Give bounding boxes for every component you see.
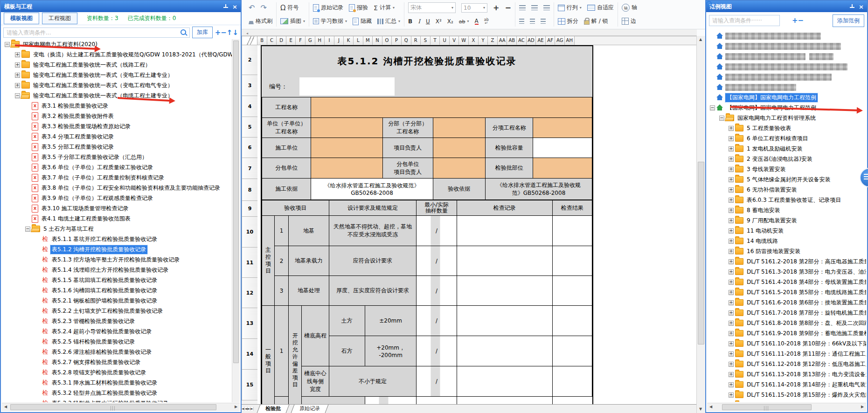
cell-item-name[interactable]: 地基承载力 (289, 246, 329, 276)
cell-unit-project-label[interactable]: 单位（子单位） 工程名称 (262, 118, 311, 138)
column-header[interactable]: AB (507, 36, 517, 45)
expand-toggle-icon[interactable]: + (729, 331, 734, 336)
row-header[interactable]: 9 (242, 201, 257, 217)
column-header[interactable]: AF (546, 36, 556, 45)
cell-check-record-header[interactable]: 检查记录 (457, 200, 552, 216)
row-header[interactable]: 6 (242, 138, 257, 158)
cell-item-result[interactable] (552, 246, 592, 276)
border-button[interactable]: 边 (622, 17, 636, 25)
font-plus-button[interactable] (493, 4, 499, 12)
tree-item[interactable]: 表5.1.4 浅埋暗挖土方开挖检验批质量验收记录 (2, 265, 240, 275)
tree-item[interactable]: −5 土石方与基坑工程 (2, 224, 240, 234)
wrap-button[interactable] (484, 18, 489, 25)
cell-subitem-project-label[interactable]: 分项工程名称 (485, 118, 533, 138)
expand-toggle-icon[interactable]: + (15, 62, 20, 68)
column-header[interactable]: Z (488, 36, 498, 45)
tree-item[interactable]: +DL/T 5161.7-2018 第7部分：旋转电机施工质量检 (707, 308, 866, 318)
sheet-title[interactable]: 表5.1.2 沟槽开挖检验批质量验收记录 (262, 46, 592, 76)
expand-toggle-icon[interactable]: + (729, 259, 734, 264)
expand-toggle-icon[interactable]: + (15, 52, 20, 57)
valign-middle-button[interactable] (531, 5, 538, 10)
column-header[interactable]: AH (565, 36, 575, 45)
tree-item[interactable]: +DL/T 5161.13-2018 第13部分：电力变流设备施工 (707, 369, 866, 379)
column-header[interactable]: E (286, 36, 296, 45)
expand-toggle-icon[interactable]: + (729, 269, 734, 275)
cell-batch-location-value[interactable] (533, 158, 592, 179)
cell-item-qty[interactable]: / (417, 306, 457, 336)
strike-button[interactable] (459, 18, 469, 25)
cell-construction-basis-label[interactable]: 施工依据 (262, 179, 311, 200)
tree-item[interactable]: 表5.2.7 钢支撑检验批质量验收记录 (2, 357, 240, 367)
tree-item[interactable] (707, 82, 866, 92)
expand-toggle-icon[interactable]: + (15, 73, 20, 78)
column-header[interactable]: P (392, 36, 402, 45)
tree-item[interactable]: +6 无功补偿装置安装 (707, 185, 866, 195)
row-header[interactable]: 5 (242, 117, 257, 138)
tree-item[interactable]: 表3.1 检验批质量验收记录 (2, 101, 240, 111)
B-button[interactable]: B (408, 18, 412, 25)
tree-item[interactable]: +DL/T 5161.4-2018 第4部分：母线装置施工质量检 (707, 277, 866, 287)
X₂-button[interactable]: X₂ (447, 18, 453, 25)
cell-item-req[interactable]: 应符合设计要求 (329, 246, 417, 276)
tree-item[interactable] (707, 72, 866, 82)
expand-toggle-icon[interactable]: + (729, 198, 734, 203)
expand-toggle-icon[interactable]: + (729, 208, 734, 213)
cell-item-record[interactable] (457, 366, 552, 397)
cell-item-record[interactable] (457, 336, 552, 366)
tree-item[interactable]: 表3.6 单位（子单位）工程质量竣工验收记录 (2, 162, 240, 172)
tree-item[interactable]: 表3.5 分部工程质量验收记录 (2, 142, 240, 152)
tree-item[interactable] (707, 62, 866, 72)
column-header[interactable]: I (325, 36, 334, 45)
tree-item[interactable]: 表5.2.5 锚杆检验批质量验收记录 (2, 337, 240, 347)
search-icon[interactable] (783, 17, 789, 24)
cell-subcontractor-value[interactable] (311, 158, 383, 179)
redo-button[interactable] (260, 4, 266, 12)
cell-seq[interactable]: 1 (275, 216, 289, 246)
tree-item[interactable]: +DL/T 5161.12-2018 第12部分：低压电器施工质量 (707, 359, 866, 369)
column-header[interactable]: C (267, 36, 277, 45)
tree-item[interactable] (707, 51, 866, 62)
tree-item[interactable]: −国家电网电力工程资料管理系统 (707, 113, 866, 123)
tree-item[interactable]: +DL/T 5161.3-2018 第3部分：电力变压器、油浸电 (707, 267, 866, 277)
right-tree-horizontal-scrollbar[interactable]: ◀ ▶ (707, 403, 866, 411)
expand-toggle-icon[interactable]: + (729, 382, 734, 387)
tree-item[interactable]: +3 母线装置安装 (707, 164, 866, 174)
tree-item[interactable]: 表5.1.3 挖方场地平整土方开挖检验批质量验收记录 (2, 255, 240, 265)
cell-item-name[interactable]: 地基处理 (289, 276, 329, 306)
tree-item[interactable]: +DL/T 5161.16-2018 第16部分：1kV及以下配线工程 (707, 400, 866, 402)
tree-item[interactable]: +DL/T 5161.10-2018 第10部分：66kV及以下架空电 (707, 338, 866, 349)
column-header[interactable]: AC (517, 36, 527, 45)
cell-width-req[interactable]: 不小于规定 (329, 366, 417, 397)
tree-item[interactable]: 表5.1.5 基坑回填工程检验批质量验收记录 (2, 275, 240, 285)
column-header[interactable]: T (431, 36, 440, 45)
row-header[interactable]: 2 (242, 45, 257, 75)
row-header[interactable]: 14 (242, 339, 257, 370)
cell-subcontractor-leader-label[interactable]: 分包单位 项目负责人 (383, 158, 433, 179)
plus-button[interactable]: + (792, 16, 798, 25)
tree-item[interactable]: 表3.5 子分部工程质量验收记录（汇总用） (2, 152, 240, 162)
plus-button[interactable]: + (215, 28, 221, 37)
cell-offset-items-label[interactable]: 开挖允许偏差项目 (289, 306, 302, 405)
halign-center-button[interactable] (530, 19, 535, 24)
cell-subitem-project-value[interactable] (533, 118, 592, 138)
column-header[interactable]: J (334, 36, 344, 45)
expand-toggle-icon[interactable]: + (729, 126, 734, 131)
chart-button[interactable]: 汇总 (377, 17, 400, 25)
cell-item-result[interactable] (552, 336, 592, 366)
column-header[interactable]: V (450, 36, 459, 45)
cell-batch-capacity-value[interactable] (533, 138, 592, 158)
column-header[interactable]: AG (555, 36, 565, 45)
I-button[interactable]: I (418, 18, 420, 25)
halign-right-button[interactable] (541, 19, 546, 24)
cell-trench-elevation-label[interactable]: 槽底高程 (302, 306, 329, 366)
cell-acceptance-basis-label[interactable]: 验收依据 (433, 179, 485, 200)
expand-toggle-icon[interactable]: + (729, 187, 734, 193)
cell-subcontractor-leader-value[interactable] (433, 158, 485, 179)
tree-item[interactable]: +8 蓄电池安装 (707, 205, 866, 215)
cell-general-items-label[interactable]: 一般项目 (262, 306, 275, 405)
tree-item[interactable]: +16 防雷接地装置安装 (707, 246, 866, 256)
brush-button[interactable]: 格式刷 (249, 17, 272, 25)
minus-button[interactable]: − (221, 28, 227, 37)
column-header[interactable]: AA (498, 36, 507, 45)
tree-item[interactable]: 表5.2.8 喷锚支护检验批质量验收记录 (2, 367, 240, 378)
